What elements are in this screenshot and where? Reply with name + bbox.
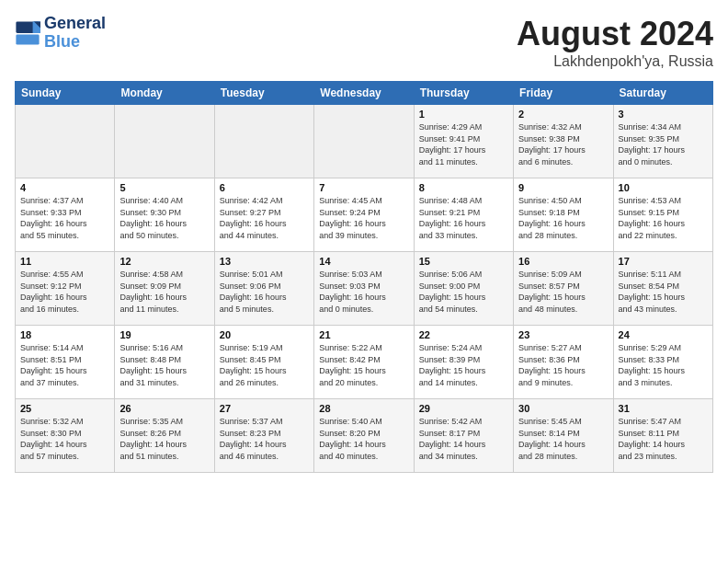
- day-info: Sunrise: 4:45 AM Sunset: 9:24 PM Dayligh…: [319, 195, 408, 241]
- svg-rect-2: [16, 34, 39, 44]
- calendar-day-cell: 3Sunrise: 4:34 AM Sunset: 9:35 PM Daylig…: [613, 105, 712, 178]
- calendar-day-cell: 1Sunrise: 4:29 AM Sunset: 9:41 PM Daylig…: [414, 105, 513, 178]
- calendar-day-cell: 13Sunrise: 5:01 AM Sunset: 9:06 PM Dayli…: [214, 252, 313, 326]
- calendar-day-cell: 27Sunrise: 5:37 AM Sunset: 8:23 PM Dayli…: [214, 399, 313, 473]
- day-number: 8: [419, 182, 508, 193]
- day-number: 29: [419, 403, 508, 414]
- day-number: 16: [518, 256, 608, 267]
- day-info: Sunrise: 5:35 AM Sunset: 8:26 PM Dayligh…: [119, 416, 209, 462]
- day-number: 15: [419, 256, 508, 267]
- day-number: 10: [619, 182, 708, 193]
- calendar-title: August 2024: [517, 15, 713, 53]
- day-info: Sunrise: 4:34 AM Sunset: 9:35 PM Dayligh…: [619, 121, 708, 167]
- day-info: Sunrise: 5:32 AM Sunset: 8:30 PM Dayligh…: [20, 416, 109, 462]
- calendar-week-row: 18Sunrise: 5:14 AM Sunset: 8:51 PM Dayli…: [16, 326, 713, 399]
- calendar-day-cell: 21Sunrise: 5:22 AM Sunset: 8:42 PM Dayli…: [314, 326, 414, 399]
- calendar-day-cell: [115, 105, 214, 178]
- day-number: 19: [119, 329, 209, 340]
- weekday-header-cell: Tuesday: [214, 82, 313, 105]
- calendar-day-cell: 12Sunrise: 4:58 AM Sunset: 9:09 PM Dayli…: [115, 252, 214, 326]
- day-info: Sunrise: 5:40 AM Sunset: 8:20 PM Dayligh…: [319, 416, 408, 462]
- weekday-header-cell: Thursday: [414, 82, 513, 105]
- page-header: General Blue August 2024 Lakhdenpokh'ya,…: [15, 15, 713, 70]
- calendar-day-cell: 5Sunrise: 4:40 AM Sunset: 9:30 PM Daylig…: [115, 178, 214, 252]
- weekday-header-cell: Wednesday: [314, 82, 414, 105]
- calendar-week-row: 11Sunrise: 4:55 AM Sunset: 9:12 PM Dayli…: [16, 252, 713, 326]
- day-info: Sunrise: 5:24 AM Sunset: 8:39 PM Dayligh…: [419, 342, 508, 388]
- day-info: Sunrise: 5:06 AM Sunset: 9:00 PM Dayligh…: [419, 269, 508, 315]
- day-number: 14: [319, 256, 408, 267]
- calendar-day-cell: 2Sunrise: 4:32 AM Sunset: 9:38 PM Daylig…: [514, 105, 613, 178]
- calendar-day-cell: 9Sunrise: 4:50 AM Sunset: 9:18 PM Daylig…: [514, 178, 613, 252]
- calendar-body: 1Sunrise: 4:29 AM Sunset: 9:41 PM Daylig…: [16, 105, 713, 473]
- calendar-day-cell: 18Sunrise: 5:14 AM Sunset: 8:51 PM Dayli…: [16, 326, 115, 399]
- calendar-day-cell: 28Sunrise: 5:40 AM Sunset: 8:20 PM Dayli…: [314, 399, 414, 473]
- calendar-day-cell: 20Sunrise: 5:19 AM Sunset: 8:45 PM Dayli…: [214, 326, 313, 399]
- calendar-day-cell: 11Sunrise: 4:55 AM Sunset: 9:12 PM Dayli…: [16, 252, 115, 326]
- day-info: Sunrise: 4:50 AM Sunset: 9:18 PM Dayligh…: [518, 195, 608, 241]
- day-number: 2: [518, 109, 608, 120]
- day-info: Sunrise: 5:16 AM Sunset: 8:48 PM Dayligh…: [119, 342, 209, 388]
- calendar-day-cell: 19Sunrise: 5:16 AM Sunset: 8:48 PM Dayli…: [115, 326, 214, 399]
- day-number: 28: [319, 403, 408, 414]
- day-info: Sunrise: 4:55 AM Sunset: 9:12 PM Dayligh…: [20, 269, 109, 315]
- day-number: 26: [119, 403, 209, 414]
- day-number: 6: [220, 182, 309, 193]
- calendar-day-cell: 8Sunrise: 4:48 AM Sunset: 9:21 PM Daylig…: [414, 178, 513, 252]
- weekday-header-cell: Sunday: [16, 82, 115, 105]
- day-number: 17: [619, 256, 708, 267]
- logo-text-line2: Blue: [44, 33, 106, 52]
- calendar-day-cell: 7Sunrise: 4:45 AM Sunset: 9:24 PM Daylig…: [314, 178, 414, 252]
- day-info: Sunrise: 4:48 AM Sunset: 9:21 PM Dayligh…: [419, 195, 508, 241]
- day-number: 13: [220, 256, 309, 267]
- day-number: 3: [619, 109, 708, 120]
- day-number: 21: [319, 329, 408, 340]
- day-number: 7: [319, 182, 408, 193]
- calendar-week-row: 4Sunrise: 4:37 AM Sunset: 9:33 PM Daylig…: [16, 178, 713, 252]
- calendar-day-cell: 4Sunrise: 4:37 AM Sunset: 9:33 PM Daylig…: [16, 178, 115, 252]
- day-number: 25: [20, 403, 109, 414]
- day-number: 20: [220, 329, 309, 340]
- day-info: Sunrise: 5:11 AM Sunset: 8:54 PM Dayligh…: [619, 269, 708, 315]
- day-info: Sunrise: 4:53 AM Sunset: 9:15 PM Dayligh…: [619, 195, 708, 241]
- day-number: 18: [20, 329, 109, 340]
- weekday-header-row: SundayMondayTuesdayWednesdayThursdayFrid…: [16, 82, 713, 105]
- day-info: Sunrise: 4:58 AM Sunset: 9:09 PM Dayligh…: [119, 269, 209, 315]
- day-info: Sunrise: 4:40 AM Sunset: 9:30 PM Dayligh…: [119, 195, 209, 241]
- calendar-day-cell: 17Sunrise: 5:11 AM Sunset: 8:54 PM Dayli…: [613, 252, 712, 326]
- day-number: 1: [419, 109, 508, 120]
- day-number: 30: [518, 403, 608, 414]
- calendar-day-cell: 24Sunrise: 5:29 AM Sunset: 8:33 PM Dayli…: [613, 326, 712, 399]
- day-info: Sunrise: 5:45 AM Sunset: 8:14 PM Dayligh…: [518, 416, 608, 462]
- logo: General Blue: [15, 15, 106, 52]
- weekday-header-cell: Saturday: [613, 82, 712, 105]
- calendar-day-cell: 31Sunrise: 5:47 AM Sunset: 8:11 PM Dayli…: [613, 399, 712, 473]
- calendar-day-cell: 23Sunrise: 5:27 AM Sunset: 8:36 PM Dayli…: [514, 326, 613, 399]
- title-block: August 2024 Lakhdenpokh'ya, Russia: [517, 15, 713, 70]
- day-info: Sunrise: 5:19 AM Sunset: 8:45 PM Dayligh…: [220, 342, 309, 388]
- weekday-header-cell: Friday: [514, 82, 613, 105]
- calendar-day-cell: 14Sunrise: 5:03 AM Sunset: 9:03 PM Dayli…: [314, 252, 414, 326]
- day-number: 27: [220, 403, 309, 414]
- day-number: 11: [20, 256, 109, 267]
- day-number: 4: [20, 182, 109, 193]
- day-info: Sunrise: 4:42 AM Sunset: 9:27 PM Dayligh…: [220, 195, 309, 241]
- calendar-day-cell: 16Sunrise: 5:09 AM Sunset: 8:57 PM Dayli…: [514, 252, 613, 326]
- logo-text-line1: General: [44, 15, 106, 33]
- calendar-day-cell: [214, 105, 313, 178]
- calendar-day-cell: [16, 105, 115, 178]
- calendar-day-cell: 25Sunrise: 5:32 AM Sunset: 8:30 PM Dayli…: [16, 399, 115, 473]
- calendar-table: SundayMondayTuesdayWednesdayThursdayFrid…: [15, 81, 713, 473]
- calendar-day-cell: 10Sunrise: 4:53 AM Sunset: 9:15 PM Dayli…: [613, 178, 712, 252]
- calendar-week-row: 25Sunrise: 5:32 AM Sunset: 8:30 PM Dayli…: [16, 399, 713, 473]
- day-info: Sunrise: 5:37 AM Sunset: 8:23 PM Dayligh…: [220, 416, 309, 462]
- calendar-week-row: 1Sunrise: 4:29 AM Sunset: 9:41 PM Daylig…: [16, 105, 713, 178]
- day-info: Sunrise: 5:22 AM Sunset: 8:42 PM Dayligh…: [319, 342, 408, 388]
- calendar-day-cell: 29Sunrise: 5:42 AM Sunset: 8:17 PM Dayli…: [414, 399, 513, 473]
- day-info: Sunrise: 4:32 AM Sunset: 9:38 PM Dayligh…: [518, 121, 608, 167]
- day-info: Sunrise: 5:27 AM Sunset: 8:36 PM Dayligh…: [518, 342, 608, 388]
- day-number: 12: [119, 256, 209, 267]
- calendar-day-cell: 6Sunrise: 4:42 AM Sunset: 9:27 PM Daylig…: [214, 178, 313, 252]
- day-info: Sunrise: 5:09 AM Sunset: 8:57 PM Dayligh…: [518, 269, 608, 315]
- day-info: Sunrise: 4:29 AM Sunset: 9:41 PM Dayligh…: [419, 121, 508, 167]
